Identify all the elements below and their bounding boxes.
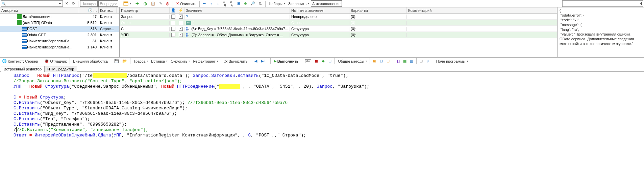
code-content: Запрос = Новый HTTPЗапрос("/te /odata/st… [14, 73, 644, 138]
history-back-button[interactable]: Назад<< [80, 0, 98, 7]
move-up-button[interactable]: ↑ [208, 0, 214, 7]
tool-h-button[interactable]: ⎘ [425, 58, 431, 64]
trace-button[interactable]: Трасса [132, 58, 149, 64]
tab-html-editor[interactable]: HTML редактор [44, 66, 77, 72]
param-checkbox-1[interactable] [171, 33, 175, 37]
string-icon: ab [186, 21, 191, 25]
param-row[interactable]: С(5): Вид_Key = 7f366b61-9eab-11ea-80c3-… [120, 26, 557, 32]
sort-asc-button[interactable]: А↓Я [222, 0, 228, 7]
tree-row[interactable]: Odata GET2 301Клиент [0, 32, 119, 38]
tree-row[interactable]: POST313Серве... [0, 26, 119, 32]
save-file-button[interactable]: 💾 [113, 58, 120, 64]
common-methods-button[interactable]: Общие методы [337, 58, 368, 64]
col-flag1[interactable]: 👤 [170, 7, 177, 13]
clear-button[interactable]: ✕Очистить [175, 0, 198, 7]
tool-c-button[interactable]: ⊡ [385, 58, 391, 64]
col-type[interactable]: Имя типа значения [290, 7, 349, 13]
toggle-3-button[interactable]: ◆ [320, 58, 326, 64]
col-options[interactable]: Варианты [349, 7, 407, 13]
history-forward-button[interactable]: Вперед>> [98, 0, 118, 7]
form-config-button[interactable] [122, 0, 132, 7]
context-button[interactable]: 🌐 Контекст: Сервер [1, 58, 39, 64]
col-time[interactable]: 🕓 … [79, 7, 99, 13]
tree-time: 313 [79, 27, 99, 31]
code-editor[interactable]: Запрос = Новый HTTPЗапрос("/te /odata/st… [0, 72, 644, 172]
fill-button[interactable]: Заполнить [287, 0, 310, 7]
step-back-button[interactable]: ◀ [253, 58, 259, 64]
globe-icon: 🌐 [2, 59, 7, 63]
move-down-button[interactable]: ↓ [215, 0, 221, 7]
param-options: (0): [349, 15, 407, 19]
tree-label: (для УПП) OData [23, 21, 52, 25]
toggle-1-button[interactable]: abc [304, 58, 313, 64]
add-button[interactable]: ＋ [133, 0, 141, 7]
tool-a-button[interactable]: ⊞ [372, 58, 378, 64]
param-checkbox-2[interactable] [179, 33, 183, 37]
print-button[interactable]: 🖶 [257, 0, 264, 7]
refresh-button[interactable]: ⟳ [70, 0, 76, 7]
tool-e-button[interactable]: ▦ [402, 58, 408, 64]
col-algorithm[interactable]: Алгоритм [0, 7, 79, 13]
add-group-button[interactable]: ⊕ [142, 0, 149, 7]
param-checkbox-2[interactable] [179, 21, 183, 25]
param-row[interactable]: Ответab{...Строка(0): [120, 20, 557, 26]
tree-label: ДатаУвольнения [23, 15, 51, 19]
folder-icon: 📂 [122, 59, 127, 63]
col-parameter[interactable]: Параметр [120, 7, 170, 13]
tree-row[interactable]: − (для УПП) OData5 512Клиент [0, 20, 119, 26]
params-body[interactable]: Запрос?Неопределено(0):Ответab{...Строка… [120, 14, 557, 57]
tool-d-button[interactable]: ◧ [395, 58, 401, 64]
run-toggle-button[interactable]: ▶⏸ [259, 58, 269, 64]
col-context[interactable]: Конте... [99, 7, 117, 13]
search-dropdown-icon[interactable]: ▾ [57, 1, 63, 6]
delete-button[interactable]: ⊗ [164, 0, 171, 7]
param-row[interactable]: Запрос?Неопределено(0): [120, 14, 557, 20]
param-row[interactable]: УПП(7): Запрос = . ОбменДанными = Загруз… [120, 32, 557, 38]
col-flag2[interactable]: ⚡ [177, 7, 184, 13]
toggle-2-button[interactable]: ◼ [313, 58, 319, 64]
tree-body[interactable]: ДатаУвольнения47Клиент− (для УПП) OData5… [0, 14, 119, 57]
col-value[interactable]: Значение [184, 7, 290, 13]
program-field-button[interactable]: Поле программы [435, 58, 469, 64]
tab-builtin-editor[interactable]: Встроенный редактор [1, 66, 45, 72]
tool-f-button[interactable]: ▥ [408, 58, 415, 64]
tool-b-button[interactable]: ⊟ [378, 58, 385, 64]
insert-menu-button[interactable]: Вставка [150, 58, 169, 64]
tree-time: 2 301 [79, 33, 99, 37]
open-file-button[interactable]: 📂 [121, 58, 128, 64]
param-checkbox-1[interactable] [171, 27, 175, 31]
move-far-left-button[interactable]: ⇤ [201, 0, 207, 7]
refactor-button[interactable]: Рефакторинг [192, 58, 219, 64]
tree-row[interactable]: НачислениеЗарплатыРа...1 140Клиент [0, 44, 119, 50]
copy-button[interactable]: 📋 [149, 0, 157, 7]
tree-row[interactable]: ДатаУвольнения47Клиент [0, 14, 119, 20]
param-checkbox-2[interactable] [179, 15, 183, 19]
tree-row[interactable]: НачислениеЗарплатыРа...31Клиент [0, 38, 119, 44]
expand-toggle[interactable]: − [13, 21, 17, 25]
sort-desc-button[interactable]: Я↓А [228, 0, 235, 7]
debugger-button[interactable]: 🐞 Отладчик [43, 58, 68, 64]
tool-g-button[interactable]: ⊞ [418, 58, 424, 64]
parameters-pane: Параметр 👤 ⚡ Значение Имя типа значения … [120, 7, 558, 57]
fx-compute-button[interactable]: fx Вычислить [223, 58, 249, 64]
tree-expand-button[interactable]: ⊞ [236, 0, 242, 7]
search-in-list-button[interactable]: 🔎 [249, 0, 256, 7]
param-checkbox-2[interactable] [179, 27, 183, 31]
tree-context: Клиент [99, 33, 117, 37]
surround-button[interactable]: Окружить [169, 58, 191, 64]
toggle-4-button[interactable]: ⊡ [327, 58, 333, 64]
count-box[interactable]: 4 [562, 0, 643, 7]
clear-search-button[interactable]: ✕ [64, 0, 70, 7]
tree-time: 31 [79, 39, 99, 43]
run-button[interactable]: ▶ Выполнить [272, 58, 300, 64]
sets-button[interactable]: Наборы [267, 0, 286, 7]
external-proc-button[interactable]: Внешняя обработка [72, 58, 109, 64]
autofill-button[interactable]: Автозаполнение [311, 0, 342, 7]
search-input[interactable] [6, 1, 57, 6]
edit-button[interactable]: ✎ [157, 0, 164, 7]
search-box[interactable]: 🔍 ▾ [1, 0, 63, 7]
col-comment[interactable]: Комментарий [407, 7, 557, 13]
param-checkbox-1[interactable] [171, 15, 175, 19]
param-checkbox-1[interactable] [171, 21, 175, 25]
disable-button[interactable]: ⊘ [242, 0, 248, 7]
